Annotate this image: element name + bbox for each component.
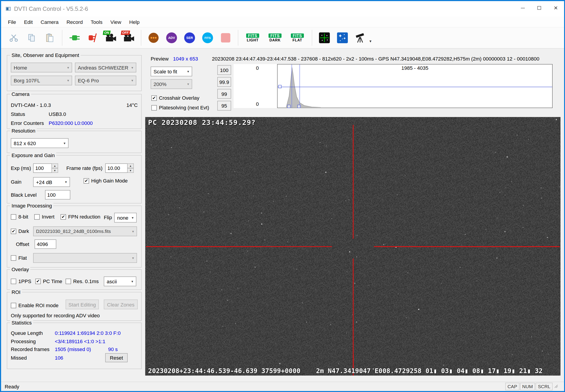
copy-button[interactable] (26, 29, 38, 46)
menu-view[interactable]: View (106, 17, 125, 26)
exposure-group: Exposure and Gain Exp (ms) ▲▼ Frame rate… (7, 155, 141, 203)
resolution-group-title: Resolution (10, 128, 37, 134)
platesolving-checkbox[interactable]: Platesolving (next Evt) (151, 105, 209, 111)
high-gain-label: High Gain Mode (91, 178, 128, 184)
telescope-value: Borg 107FL (14, 78, 40, 84)
zoom-dropdown[interactable]: 200%▾ (151, 79, 192, 89)
fits-dark-button[interactable]: FITS DARK (267, 29, 283, 46)
telescope-button[interactable] (354, 29, 367, 46)
resolution-group: Resolution 812 x 620▾ (7, 131, 141, 153)
preview-image-view[interactable]: PC 20230208 23:44:59.29? 20230208+23:44:… (145, 117, 561, 376)
camera-on-button[interactable]: ON (104, 29, 117, 46)
preview-info: 20230208 23:44:47.439-23:44:47.538 - 237… (212, 56, 553, 62)
dark-checkbox[interactable]: Dark (11, 228, 29, 234)
observer-dropdown[interactable]: Andreas SCHWEIZER▾ (75, 63, 136, 72)
checkbox-box (11, 303, 16, 308)
flat-file-dropdown[interactable]: ▾ (33, 253, 137, 263)
clear-zones-button[interactable]: Clear Zones (104, 299, 138, 309)
offset-label: Offset (16, 241, 29, 247)
dark-file-dropdown[interactable]: D20221030_812_24dB_0100ms.fits▾ (33, 226, 137, 236)
paste-button[interactable] (44, 29, 56, 46)
fits-label: FITS (205, 36, 211, 39)
gain-dropdown[interactable]: +24 dB▾ (33, 177, 70, 187)
disconnect-button[interactable] (87, 29, 99, 46)
exp-input[interactable] (33, 163, 52, 173)
site-value: Home (14, 65, 27, 70)
overlay-format-dropdown[interactable]: ascii▾ (104, 277, 136, 286)
processing-value: <3/4:189116 <1:0 >1:1 (55, 338, 105, 344)
res-01ms-checkbox[interactable]: Res. 0.1ms (66, 278, 99, 284)
fits-light-button[interactable]: FITS LIGHT (244, 29, 261, 46)
pc-time-checkbox[interactable]: PC Time (35, 278, 62, 284)
exp-spinner-down[interactable]: ▼ (52, 168, 58, 173)
frame-rate-input[interactable] (105, 163, 128, 173)
menu-help[interactable]: Help (125, 17, 144, 26)
checkbox-box (11, 214, 16, 219)
fpn-reduction-checkbox[interactable]: FPN reduction (60, 214, 101, 220)
camera-on-badge: ON (103, 31, 110, 35)
reset-button[interactable]: Reset (105, 353, 128, 362)
black-level-input[interactable] (45, 190, 70, 200)
hist-upper-bound-line[interactable] (300, 64, 300, 108)
exp-spinner-up[interactable]: ▲ (52, 163, 58, 168)
record-fits-button[interactable]: FITS (201, 29, 214, 46)
offset-input[interactable] (35, 239, 56, 249)
frame-rate-spinner-up[interactable]: ▲ (128, 163, 134, 168)
menu-file[interactable]: File (4, 17, 20, 26)
hist-level-line[interactable] (278, 87, 552, 87)
camera-off-button[interactable]: OFF (122, 29, 135, 46)
hist-100-button[interactable]: 100 (217, 65, 231, 75)
site-dropdown[interactable]: Home▾ (11, 63, 72, 72)
hist-lower-handle[interactable] (287, 105, 290, 108)
platesolving-label: Platesolving (next Evt) (159, 105, 209, 111)
hist-lower-bound-line[interactable] (292, 64, 292, 108)
crosshair-align-button[interactable] (318, 29, 330, 46)
hist-99-9-button[interactable]: 99.9 (217, 77, 231, 87)
histogram-plot[interactable]: 1985 - 4035 (277, 64, 552, 108)
scale-mode-dropdown[interactable]: Scale to fit▾ (151, 67, 192, 76)
8bit-checkbox[interactable]: 8-bit (11, 214, 28, 220)
menu-bar: File Edit Camera Record Tools View Help (1, 17, 564, 27)
image-processing-group: Image Processing 8-bit Invert FPN reduct… (7, 206, 141, 267)
record-dots-button[interactable] (147, 29, 160, 46)
pc-time-label: PC Time (43, 278, 62, 284)
hist-99-button[interactable]: 99 (217, 89, 231, 98)
fits-dark-bottom-label: DARK (269, 38, 281, 42)
1pps-checkbox[interactable]: 1PPS (11, 278, 31, 284)
osd-timestamp-top: PC 20230208 23:44:59.29? (148, 118, 256, 126)
invert-checkbox[interactable]: Invert (34, 214, 55, 220)
start-editing-button[interactable]: Start Editing (66, 299, 99, 309)
hist-95-button[interactable]: 95 (217, 101, 231, 111)
mount-dropdown[interactable]: EQ-6 Pro▾ (75, 76, 136, 85)
record-stop-button[interactable] (219, 29, 232, 46)
resize-grip-icon[interactable] (553, 383, 558, 389)
fits-flat-button[interactable]: FITS FLAT (289, 29, 306, 46)
resolution-dropdown[interactable]: 812 x 620▾ (11, 138, 69, 148)
crosshair-overlay-checkbox[interactable]: Crosshair Overlay (151, 95, 199, 101)
camera-temperature: 14°C (126, 102, 138, 108)
menu-camera[interactable]: Camera (37, 17, 63, 26)
flip-dropdown[interactable]: none▾ (114, 213, 136, 223)
menu-edit[interactable]: Edit (20, 17, 37, 26)
minimize-button[interactable] (514, 1, 531, 15)
record-ser-button[interactable]: SER (183, 29, 195, 46)
enable-roi-checkbox[interactable]: Enable ROI mode (11, 302, 59, 308)
cut-button[interactable] (8, 29, 20, 46)
star-field-button[interactable] (336, 29, 348, 46)
telescope-dropdown-caret[interactable]: ▾ (370, 39, 372, 43)
record-adv-button[interactable]: ADV (165, 29, 178, 46)
hist-upper-handle[interactable] (297, 105, 300, 108)
close-button[interactable]: × (548, 1, 564, 15)
chevron-down-icon: ▾ (63, 178, 69, 187)
hist-level-handle[interactable] (278, 85, 281, 88)
flat-checkbox[interactable]: Flat (11, 255, 27, 261)
roi-group: ROI Enable ROI mode Start Editing Clear … (7, 292, 141, 321)
connect-button[interactable] (69, 29, 81, 46)
high-gain-checkbox[interactable]: High Gain Mode (84, 178, 128, 184)
menu-record[interactable]: Record (63, 17, 87, 26)
telescope-dropdown[interactable]: Borg 107FL▾ (11, 76, 72, 85)
menu-tools[interactable]: Tools (87, 17, 106, 26)
maximize-button[interactable] (531, 1, 548, 15)
roi-group-title: ROI (10, 289, 22, 295)
frame-rate-spinner-down[interactable]: ▼ (128, 168, 134, 173)
